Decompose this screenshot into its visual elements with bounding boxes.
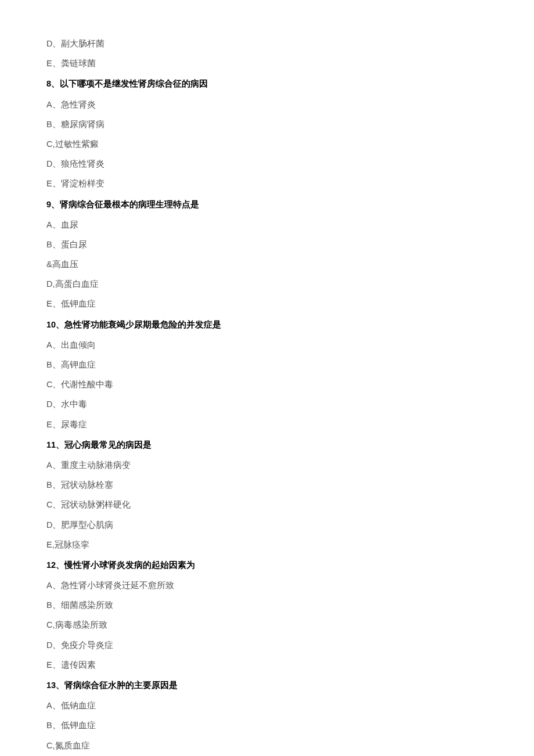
answer-option: E、尿毒症 — [46, 418, 488, 431]
answer-option: A、出血倾向 — [46, 339, 488, 352]
leading-option: E、粪链球菌 — [46, 57, 488, 70]
question-text: 10、急性肾功能衰竭少尿期最危险的并发症是 — [46, 318, 488, 332]
answer-option: B、冠状动脉栓塞 — [46, 478, 488, 492]
answer-option: E,冠脉痉挛 — [46, 538, 488, 552]
answer-option: B、糖尿病肾病 — [46, 118, 488, 131]
answer-option: A、急性肾炎 — [46, 98, 488, 111]
answer-option: &高血压 — [46, 258, 488, 271]
answer-option: E、低钾血症 — [46, 297, 488, 311]
answer-option: A、重度主动脉港病变 — [46, 459, 488, 472]
answer-option: A、血尿 — [46, 218, 488, 232]
answer-option: D、水中毒 — [46, 398, 488, 411]
answer-option: A、急性肾小球肾炎迁延不愈所致 — [46, 579, 488, 592]
answer-option: B、高钾血症 — [46, 358, 488, 372]
answer-option: B、蛋白尿 — [46, 238, 488, 251]
question-text: 8、以下哪项不是继发性肾房综合征的病因 — [46, 77, 488, 91]
question-text: 9、肾病综合征最根本的病理生理特点是 — [46, 198, 488, 211]
answer-option: C,过敏性紫癜 — [46, 138, 488, 151]
answer-option: C,病毒感染所致 — [46, 618, 488, 632]
answer-option: B、细菌感染所致 — [46, 599, 488, 612]
document-content: D、副大肠杆菌 E、粪链球菌 8、以下哪项不是继发性肾房综合征的病因 A、急性肾… — [46, 37, 488, 756]
question-text: 13、肾病综合征水肿的主要原因是 — [46, 679, 488, 692]
answer-option: D,高蛋白血症 — [46, 278, 488, 291]
question-text: 11、冠心病最常见的病因是 — [46, 438, 488, 452]
answer-option: E、遗传因素 — [46, 658, 488, 672]
answer-option: D、免疫介导炎症 — [46, 639, 488, 652]
question-text: 12、慢性肾小球肾炎发病的起始因素为 — [46, 559, 488, 572]
answer-option: A、低钠血症 — [46, 699, 488, 712]
answer-option: C,氮质血症 — [46, 739, 488, 753]
answer-option: C、代谢性酸中毒 — [46, 378, 488, 391]
answer-option: C、冠状动脉粥样硬化 — [46, 498, 488, 512]
answer-option: B、低钾血症 — [46, 719, 488, 732]
answer-option: D、狼疮性肾炎 — [46, 157, 488, 171]
answer-option: D、肥厚型心肌病 — [46, 519, 488, 532]
leading-option: D、副大肠杆菌 — [46, 37, 488, 51]
answer-option: E、肾淀粉样变 — [46, 177, 488, 190]
